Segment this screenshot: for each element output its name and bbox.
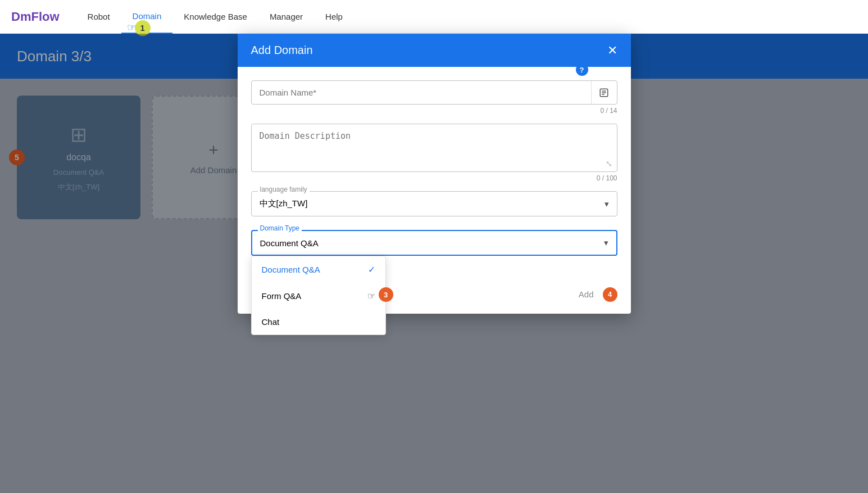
resize-icon: ⤡ bbox=[606, 159, 612, 168]
language-family-arrow-icon: ▾ bbox=[605, 199, 609, 209]
modal-header: Add Domain ✕ bbox=[238, 34, 631, 67]
dropdown-item-document-qa-label: Document Q&A bbox=[262, 265, 320, 274]
language-family-label: language family bbox=[258, 186, 310, 193]
navbar: DmFlow Robot Domain ☞ 1 Knowledge Base M… bbox=[0, 0, 868, 34]
modal-close-button[interactable]: ✕ bbox=[607, 44, 617, 57]
domain-name-group: ? 0 / 14 bbox=[251, 80, 617, 115]
modal-title: Add Domain bbox=[251, 44, 313, 57]
domain-description-group: ⤡ 0 / 100 bbox=[251, 124, 617, 182]
language-family-value: 中文[zh_TW] bbox=[260, 198, 308, 209]
nav-item-domain-label: Domain bbox=[133, 11, 162, 21]
app-logo: DmFlow bbox=[11, 10, 60, 24]
domain-name-input-row bbox=[251, 80, 617, 105]
domain-name-input[interactable] bbox=[252, 81, 591, 104]
step-badge-3: 3 bbox=[379, 287, 393, 302]
nav-item-manager[interactable]: Manager bbox=[258, 0, 314, 34]
domain-description-wrap: ⤡ bbox=[251, 124, 617, 172]
dropdown-item-chat-label: Chat bbox=[262, 317, 280, 327]
nav-item-knowledge-base[interactable]: Knowledge Base bbox=[172, 0, 258, 34]
domain-type-arrow-icon: ▾ bbox=[604, 238, 608, 248]
nav-item-domain[interactable]: Domain ☞ 1 bbox=[121, 0, 173, 34]
add-button[interactable]: Add bbox=[570, 285, 603, 304]
domain-name-char-count: 0 / 14 bbox=[251, 107, 617, 115]
cursor-icon-3: ☞ bbox=[367, 291, 375, 301]
domain-description-input[interactable] bbox=[252, 124, 617, 169]
dropdown-item-form-qa[interactable]: Form Q&A ☞ 3 bbox=[252, 283, 385, 309]
step-badge-4: 4 bbox=[603, 287, 617, 302]
modal-body: ? 0 / 14 ⤡ 0 / 100 language family 中文[zh… bbox=[238, 67, 631, 278]
domain-type-dropdown: Document Q&A ✓ Form Q&A ☞ 3 Chat bbox=[251, 256, 386, 335]
domain-type-label: Domain Type bbox=[258, 224, 302, 232]
nav-item-help[interactable]: Help bbox=[314, 0, 354, 34]
dropdown-item-chat[interactable]: Chat bbox=[252, 309, 385, 334]
check-icon: ✓ bbox=[368, 264, 375, 275]
nav-items: Robot Domain ☞ 1 Knowledge Base Manager … bbox=[76, 0, 354, 34]
add-domain-modal: Add Domain ✕ ? 0 / 14 ⤡ 0 / 100 bbox=[238, 34, 631, 314]
domain-name-icon bbox=[591, 81, 617, 104]
language-family-group: language family 中文[zh_TW] ▾ bbox=[251, 191, 617, 216]
nav-item-robot[interactable]: Robot bbox=[76, 0, 121, 34]
domain-type-select[interactable]: Document Q&A ▾ bbox=[251, 230, 617, 256]
domain-description-char-count: 0 / 100 bbox=[251, 174, 617, 182]
domain-type-group: Domain Type Document Q&A ▾ Document Q&A … bbox=[251, 230, 617, 256]
language-family-select[interactable]: 中文[zh_TW] ▾ bbox=[251, 191, 617, 216]
dropdown-item-form-qa-label: Form Q&A bbox=[262, 291, 302, 301]
domain-type-value: Document Q&A bbox=[260, 238, 319, 248]
dropdown-item-document-qa[interactable]: Document Q&A ✓ bbox=[252, 256, 385, 283]
help-icon[interactable]: ? bbox=[576, 64, 588, 76]
